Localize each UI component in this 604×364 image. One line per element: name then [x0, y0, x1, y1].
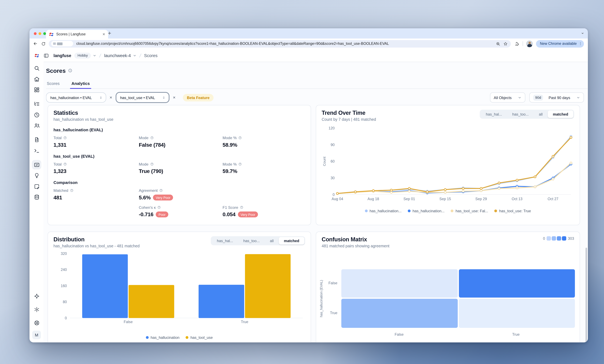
- view-tab-has-hal-[interactable]: has_hal...: [212, 237, 238, 245]
- main-content: Scores Scores Analytics has_hallucinatio…: [44, 62, 588, 342]
- view-tab-matched[interactable]: matched: [279, 237, 304, 245]
- legend-item[interactable]: has_tool_use: [186, 335, 213, 340]
- sidebar-item-dashboards[interactable]: [32, 85, 41, 95]
- breadcrumb-project[interactable]: launchweek-4: [104, 53, 131, 58]
- browser-toolbar: cloud.langfuse.com/project/cmhnuoj660070…: [30, 38, 588, 49]
- browser-profile-avatar[interactable]: [526, 40, 533, 47]
- scrollbar-thumb[interactable]: [586, 248, 587, 342]
- datasets-icon: [34, 194, 40, 200]
- remove-score2-icon[interactable]: [173, 96, 176, 99]
- help-icon[interactable]: [63, 136, 67, 140]
- sidebar-item-prompts[interactable]: [32, 135, 41, 145]
- heatmap-cell-False-False[interactable]: [341, 269, 458, 298]
- window-controls[interactable]: [34, 32, 46, 35]
- svg-text:0: 0: [65, 316, 67, 320]
- sidebar-item-annotation[interactable]: [32, 182, 41, 191]
- heatmap-col-label: True: [458, 333, 574, 337]
- org-chevron-down-icon[interactable]: [93, 54, 97, 57]
- metric-total-1: Total 1,331: [53, 136, 139, 148]
- confusion-matrix: has_hallucination (EVAL)FalseTrueFalseTr…: [322, 249, 574, 342]
- heatmap-cell-True-True[interactable]: [459, 299, 575, 328]
- help-icon[interactable]: [157, 206, 161, 209]
- sidebar-item-datasets[interactable]: [32, 192, 41, 202]
- remove-score1-icon[interactable]: [109, 96, 112, 99]
- sidebar-item-support[interactable]: [32, 318, 41, 327]
- metric-mode-2: Mode True (790): [139, 162, 223, 174]
- new-tab-button[interactable]: [107, 31, 112, 36]
- sidebar-item-users[interactable]: [32, 121, 41, 130]
- close-tab-icon[interactable]: [102, 33, 105, 36]
- heatmap-cell-True-False[interactable]: [341, 299, 458, 328]
- legend-item[interactable]: has_tool_use: Fal...: [451, 209, 488, 213]
- sidebar-item-evals[interactable]: [32, 171, 41, 180]
- tab-search-icon[interactable]: [580, 31, 585, 36]
- tab-scores[interactable]: Scores: [46, 79, 61, 88]
- sidebar-item-sparkle[interactable]: [32, 291, 41, 301]
- close-window-button[interactable]: [34, 32, 37, 35]
- back-icon[interactable]: [33, 41, 38, 46]
- view-tab-all[interactable]: all: [534, 111, 548, 118]
- statistics-card: Statistics has_hallucination vs has_tool…: [48, 105, 311, 225]
- legend-dot: [451, 210, 454, 213]
- scale-max: 303: [568, 236, 574, 241]
- svg-text:Oct 27: Oct 27: [548, 197, 559, 201]
- legend-item[interactable]: has_tool_use: True: [494, 209, 531, 213]
- view-tab-matched[interactable]: matched: [548, 111, 573, 118]
- sidebar-item-scores[interactable]: [32, 160, 41, 170]
- view-tab-all[interactable]: all: [265, 237, 279, 245]
- fullscreen-window-button[interactable]: [43, 32, 46, 35]
- svg-text:Aug 04: Aug 04: [332, 197, 343, 201]
- view-tab-has-too-[interactable]: has_too...: [238, 237, 265, 245]
- evals-icon: [34, 173, 40, 179]
- help-icon[interactable]: [238, 136, 242, 140]
- help-icon[interactable]: [150, 163, 154, 166]
- legend-item[interactable]: has_hallucination...: [365, 209, 402, 213]
- sidebar-item-home[interactable]: [32, 74, 41, 84]
- object-type-select[interactable]: All Objects: [490, 92, 525, 103]
- help-icon[interactable]: [238, 163, 242, 166]
- score1-select[interactable]: has_hallucination • EVAL: [46, 92, 106, 103]
- chevron-updown-icon: [99, 96, 102, 99]
- sidebar-item-sessions[interactable]: [32, 110, 41, 120]
- address-bar[interactable]: cloud.langfuse.com/project/cmhnuoj660070…: [49, 40, 511, 48]
- dashboards-icon: [34, 87, 40, 93]
- user-avatar[interactable]: M: [32, 331, 41, 339]
- legend-item[interactable]: has_hallucination...: [408, 209, 444, 213]
- info-icon[interactable]: [68, 68, 73, 73]
- project-chevron-down-icon[interactable]: [133, 54, 136, 57]
- legend-item[interactable]: has_hallucination: [146, 335, 180, 340]
- view-tab-has-hal-[interactable]: has_hal...: [481, 111, 507, 118]
- confusion-title: Confusion Matrix: [322, 236, 390, 243]
- site-info-chip[interactable]: [51, 41, 73, 46]
- url-text[interactable]: cloud.langfuse.com/project/cmhnuoj660070…: [76, 42, 496, 46]
- help-icon[interactable]: [70, 189, 74, 192]
- browser-tab[interactable]: Scores | Langfuse: [46, 30, 108, 38]
- sidebar-toggle-icon[interactable]: [44, 53, 49, 58]
- bookmark-star-icon[interactable]: [503, 41, 508, 46]
- tab-analytics[interactable]: Analytics: [71, 79, 91, 88]
- score2-select[interactable]: has_tool_use • EVAL: [115, 92, 170, 103]
- scores-icon: [34, 162, 40, 168]
- heatmap-cell-False-True[interactable]: [459, 269, 575, 298]
- site-info-blur: [53, 42, 56, 45]
- sidebar-item-settings[interactable]: [32, 305, 41, 314]
- zoom-icon[interactable]: [496, 41, 500, 46]
- refresh-icon[interactable]: [41, 41, 46, 46]
- date-range-select[interactable]: 90d Past 90 days: [529, 92, 584, 103]
- sidebar-item-search[interactable]: [32, 63, 41, 73]
- help-icon[interactable]: [150, 136, 154, 140]
- minimize-window-button[interactable]: [38, 32, 41, 35]
- langfuse-favicon: [49, 32, 54, 37]
- extensions-puzzle-icon[interactable]: [515, 41, 519, 46]
- help-icon[interactable]: [240, 206, 243, 209]
- svg-text:Sep 01: Sep 01: [403, 197, 415, 201]
- sidebar-item-tracing[interactable]: [32, 99, 41, 109]
- browser-menu-kebab-icon[interactable]: [578, 42, 582, 46]
- help-icon[interactable]: [159, 189, 163, 192]
- view-tab-has-too-[interactable]: has_too...: [507, 111, 534, 118]
- org-name[interactable]: langfuse: [53, 53, 71, 58]
- help-icon[interactable]: [63, 163, 67, 166]
- chrome-update-button[interactable]: New Chrome available: [536, 40, 584, 48]
- sidebar-item-playground[interactable]: [32, 146, 41, 155]
- distribution-view-tabs: has_hal...has_too...allmatched: [211, 236, 305, 245]
